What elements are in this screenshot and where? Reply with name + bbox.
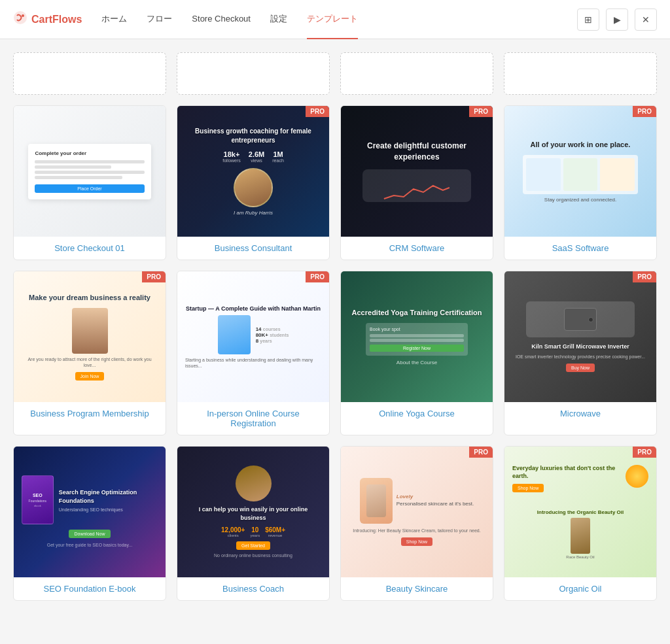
card-label-microwave: Microwave xyxy=(504,402,656,425)
preview-title-microwave: Kiln Smart Grill Microwave Inverter xyxy=(531,343,629,351)
card-label-yoga-course: Online Yoga Course xyxy=(341,402,493,425)
pro-badge-inperson-course: PRO xyxy=(306,271,329,282)
nav-settings[interactable]: 設定 xyxy=(270,0,287,39)
nav-home[interactable]: ホーム xyxy=(101,0,127,39)
close-icon: ✕ xyxy=(642,14,650,25)
preview-title-business-program: Make your dream business a reality xyxy=(29,293,150,303)
main-header: CartFlows ホーム フロー Store Checkout 設定 テンプレ… xyxy=(0,0,670,39)
card-yoga-course[interactable]: Accredited Yoga Training Certification B… xyxy=(340,271,493,435)
pro-badge-crm-software: PRO xyxy=(469,106,493,117)
card-preview-microwave: PRO Kiln Smart Grill Microwave Inverter … xyxy=(504,271,656,402)
nav-templates[interactable]: テンプレート xyxy=(307,0,358,39)
card-label-business-coach: Business Coach xyxy=(177,577,329,600)
card-preview-inperson-course: PRO Startup — A Complete Guide with Nath… xyxy=(177,271,329,402)
card-preview-business-consultant: PRO Business growth coaching for female … xyxy=(177,106,329,237)
pro-badge-beauty: PRO xyxy=(469,447,493,458)
card-label-beauty-skincare: Beauty Skincare xyxy=(341,577,493,600)
pro-badge-business-consultant: PRO xyxy=(306,106,329,117)
pro-badge-saas-software: PRO xyxy=(633,106,656,117)
preview-title-saas: All of your work in one place. xyxy=(531,140,631,150)
logo[interactable]: CartFlows xyxy=(13,10,82,29)
preview-title-crm: Create delightful customer experiences xyxy=(349,141,485,163)
top-partial-row xyxy=(13,52,657,95)
template-row-1: Complete your order Place Order Store Ch… xyxy=(13,105,657,260)
card-preview-beauty: PRO Lovely Personalised skincare at it's… xyxy=(341,447,493,577)
stub-card-1 xyxy=(13,52,166,95)
card-business-coach[interactable]: I can help you win easily in your online… xyxy=(177,446,330,601)
play-button[interactable]: ▶ xyxy=(606,8,628,31)
preview-title-inperson: Startup — A Complete Guide with Nathan M… xyxy=(186,305,321,313)
card-preview-seo: SEO Foundations ebook Search Engine Opti… xyxy=(14,447,166,577)
card-label-crm-software: CRM Software xyxy=(341,237,493,260)
preview-title-business-consultant: Business growth coaching for female entr… xyxy=(185,127,321,145)
card-seo-ebook[interactable]: SEO Foundations ebook Search Engine Opti… xyxy=(13,446,166,601)
logo-text: CartFlows xyxy=(31,14,82,25)
card-label-inperson-course: In-person Online Course Registration xyxy=(177,402,329,435)
card-business-program[interactable]: PRO Make your dream business a reality A… xyxy=(13,271,166,435)
preview-stats-business-consultant: 18k+followers 2.6Mviews 1Mreach xyxy=(222,150,284,163)
svg-point-1 xyxy=(22,14,24,17)
card-preview-yoga-course: Accredited Yoga Training Certification B… xyxy=(341,271,493,402)
card-microwave[interactable]: PRO Kiln Smart Grill Microwave Inverter … xyxy=(504,271,657,435)
preview-title-yoga: Accredited Yoga Training Certification xyxy=(352,308,482,318)
preview-title-business-coach: I can help you win easily in your online… xyxy=(185,505,321,522)
template-row-2: PRO Make your dream business a reality A… xyxy=(13,271,657,435)
nav-store-checkout[interactable]: Store Checkout xyxy=(192,1,251,38)
grid-view-button[interactable]: ⊞ xyxy=(577,8,599,31)
card-preview-business-program: PRO Make your dream business a reality A… xyxy=(14,271,166,402)
card-label-store-checkout-01: Store Checkout 01 xyxy=(14,237,166,260)
svg-point-0 xyxy=(14,11,27,24)
card-preview-business-coach: I can help you win easily in your online… xyxy=(177,447,329,577)
stub-card-2 xyxy=(177,52,330,95)
card-store-checkout-01[interactable]: Complete your order Place Order Store Ch… xyxy=(13,105,166,260)
card-preview-organic-oil: PRO Everyday luxuries that don't cost th… xyxy=(504,447,656,577)
card-label-business-consultant: Business Consultant xyxy=(177,237,329,260)
card-label-organic-oil: Organic Oil xyxy=(504,577,656,600)
card-label-seo-ebook: SEO Foundation E-book xyxy=(14,577,166,600)
card-inperson-course[interactable]: PRO Startup — A Complete Guide with Nath… xyxy=(177,271,330,435)
pro-badge-microwave: PRO xyxy=(633,271,656,282)
main-content: Complete your order Place Order Store Ch… xyxy=(0,39,670,624)
pro-badge-organic-oil: PRO xyxy=(633,447,656,458)
stub-card-4 xyxy=(504,52,657,95)
card-crm-software[interactable]: PRO Create delightful customer experienc… xyxy=(340,105,493,260)
card-preview-saas-software: PRO All of your work in one place. Stay … xyxy=(504,106,656,237)
card-preview-store-checkout-01: Complete your order Place Order xyxy=(14,106,166,237)
main-nav: ホーム フロー Store Checkout 設定 テンプレート xyxy=(101,0,577,39)
card-label-business-program: Business Program Membership xyxy=(14,402,166,425)
card-label-saas-software: SaaS Software xyxy=(504,237,656,260)
card-business-consultant[interactable]: PRO Business growth coaching for female … xyxy=(177,105,330,260)
card-preview-crm-software: PRO Create delightful customer experienc… xyxy=(341,106,493,237)
nav-flow[interactable]: フロー xyxy=(147,0,172,39)
card-beauty-skincare[interactable]: PRO Lovely Personalised skincare at it's… xyxy=(340,446,493,601)
card-saas-software[interactable]: PRO All of your work in one place. Stay … xyxy=(504,105,657,260)
play-icon: ▶ xyxy=(614,14,621,25)
close-button[interactable]: ✕ xyxy=(635,8,657,31)
pro-badge-business-program: PRO xyxy=(142,271,166,282)
grid-icon: ⊞ xyxy=(584,14,592,25)
preview-title-seo: Search Engine Optimization Foundations xyxy=(59,488,158,505)
card-organic-oil[interactable]: PRO Everyday luxuries that don't cost th… xyxy=(504,446,657,601)
nav-right-icons: ⊞ ▶ ✕ xyxy=(577,8,657,31)
template-row-3: SEO Foundations ebook Search Engine Opti… xyxy=(13,446,657,601)
stub-card-3 xyxy=(340,52,493,95)
logo-icon xyxy=(13,10,27,29)
